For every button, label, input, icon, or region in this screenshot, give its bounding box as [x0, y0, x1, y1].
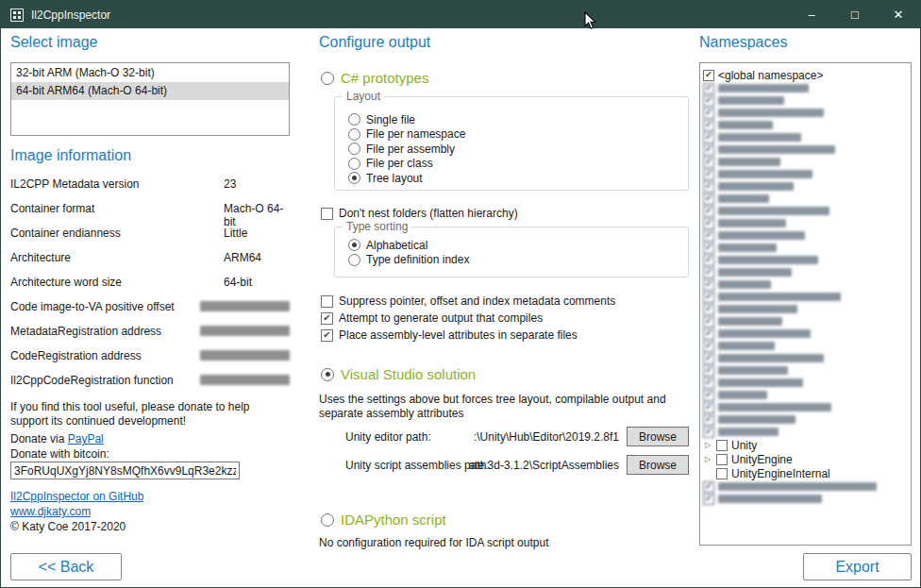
namespace-item[interactable]	[703, 229, 908, 242]
image-list-item[interactable]: 32-bit ARM (Mach-O 32-bit)	[11, 64, 289, 82]
checkbox-icon[interactable]	[703, 267, 714, 278]
namespace-item[interactable]	[703, 291, 908, 303]
checkbox-icon[interactable]	[703, 181, 714, 193]
unity-script-browse-button[interactable]: Browse	[627, 455, 689, 475]
checkbox-icon[interactable]	[703, 95, 714, 107]
namespace-item[interactable]	[703, 254, 908, 266]
namespace-item[interactable]	[703, 180, 908, 193]
layout-option[interactable]: Tree layout	[348, 171, 465, 186]
output-checkbox[interactable]: Attempt to generate output that compiles	[321, 310, 615, 327]
namespace-item[interactable]	[703, 193, 908, 205]
github-link[interactable]: Il2CppInspector on GitHub	[10, 490, 143, 503]
image-list-item[interactable]: 64-bit ARM64 (Mach-O 64-bit)	[11, 82, 289, 100]
namespace-item[interactable]: <global namespace>	[703, 68, 908, 82]
output-checkbox[interactable]: Suppress pointer, offset and index metad…	[321, 293, 615, 310]
checkbox-icon[interactable]	[703, 255, 714, 266]
namespace-item[interactable]	[703, 328, 908, 340]
namespace-item[interactable]	[703, 413, 908, 426]
checkbox-icon[interactable]	[703, 279, 714, 291]
namespace-item[interactable]: ▷Unity	[703, 438, 908, 452]
visual-studio-option[interactable]: Visual Studio solution	[321, 366, 476, 382]
namespace-item[interactable]	[703, 315, 908, 328]
checkbox-icon[interactable]	[703, 494, 714, 505]
close-button[interactable]: ✕	[877, 1, 920, 28]
namespace-item[interactable]	[703, 82, 908, 94]
expander-icon[interactable]: ▷	[703, 441, 712, 449]
namespace-list[interactable]: <global namespace>▷Unity▷UnityEngineUnit…	[699, 62, 912, 546]
unity-editor-browse-button[interactable]: Browse	[627, 427, 689, 446]
checkbox-icon[interactable]	[703, 414, 714, 426]
csharp-prototypes-option[interactable]: C# prototypes	[321, 70, 428, 86]
checkbox-icon[interactable]	[716, 440, 728, 451]
namespace-item[interactable]	[703, 364, 908, 377]
image-listbox[interactable]: 32-bit ARM (Mach-O 32-bit)64-bit ARM64 (…	[10, 62, 290, 136]
namespace-item[interactable]: ▷UnityEngine	[703, 452, 908, 466]
checkbox-icon[interactable]	[703, 108, 714, 119]
checkbox-icon[interactable]	[703, 144, 714, 156]
checkbox-icon[interactable]	[703, 169, 714, 180]
output-checkbox[interactable]: Place assembly-level attributes in separ…	[321, 327, 615, 344]
type-sorting-option[interactable]: Alphabetical	[348, 238, 469, 253]
maximize-button[interactable]: □	[833, 1, 877, 28]
namespace-item[interactable]	[703, 266, 908, 278]
checkbox-icon[interactable]	[703, 243, 714, 254]
layout-option[interactable]: Single file	[348, 112, 465, 127]
checkbox-icon[interactable]	[703, 365, 714, 377]
checkbox-icon[interactable]	[703, 427, 714, 438]
namespace-item[interactable]	[703, 340, 908, 352]
namespace-item[interactable]	[703, 94, 908, 107]
checkbox-icon[interactable]	[716, 468, 728, 479]
namespace-item[interactable]	[703, 156, 908, 168]
checkbox-icon[interactable]	[703, 304, 714, 315]
checkbox-icon[interactable]	[703, 328, 714, 340]
namespace-item[interactable]	[703, 303, 908, 315]
namespace-item[interactable]	[703, 217, 908, 229]
namespace-item[interactable]	[703, 107, 908, 119]
namespace-item[interactable]	[703, 168, 908, 180]
minimize-button[interactable]: –	[790, 1, 833, 28]
checkbox-icon[interactable]	[703, 132, 714, 143]
namespace-item[interactable]	[703, 278, 908, 291]
checkbox-icon[interactable]	[716, 454, 728, 465]
namespace-item[interactable]	[703, 143, 908, 156]
checkbox-icon[interactable]	[703, 70, 714, 81]
checkbox-icon[interactable]	[703, 83, 714, 94]
namespace-item[interactable]: UnityEngineInternal	[703, 466, 908, 480]
namespace-item[interactable]	[703, 426, 908, 438]
checkbox-icon[interactable]	[703, 341, 714, 352]
checkbox-icon[interactable]	[703, 353, 714, 364]
checkbox-icon[interactable]	[703, 230, 714, 242]
type-sorting-option[interactable]: Type definition index	[348, 253, 469, 268]
checkbox-icon[interactable]	[703, 316, 714, 328]
bitcoin-address-input[interactable]	[10, 462, 240, 479]
namespace-item[interactable]	[703, 352, 908, 364]
namespace-item[interactable]	[703, 205, 908, 217]
back-button[interactable]: << Back	[10, 553, 122, 580]
checkbox-icon[interactable]	[703, 481, 714, 493]
idapython-option[interactable]: IDAPython script	[321, 512, 446, 528]
namespace-item[interactable]	[703, 131, 908, 143]
namespace-item[interactable]	[703, 480, 908, 493]
layout-option[interactable]: File per namespace	[348, 127, 465, 143]
checkbox-icon[interactable]	[703, 120, 714, 131]
namespace-item[interactable]	[703, 401, 908, 413]
checkbox-icon[interactable]	[703, 292, 714, 303]
namespace-item[interactable]	[703, 389, 908, 401]
checkbox-icon[interactable]	[703, 390, 714, 401]
paypal-link[interactable]: PayPal	[68, 432, 104, 445]
checkbox-icon[interactable]	[703, 402, 714, 413]
checkbox-icon[interactable]	[703, 206, 714, 217]
layout-option[interactable]: File per assembly	[348, 142, 465, 157]
checkbox-icon[interactable]	[703, 378, 714, 389]
expander-icon[interactable]: ▷	[703, 455, 712, 463]
layout-option[interactable]: File per class	[348, 157, 465, 172]
namespace-item[interactable]	[703, 242, 908, 254]
namespace-item[interactable]	[703, 377, 908, 389]
namespace-item[interactable]	[703, 493, 908, 505]
checkbox-icon[interactable]	[703, 218, 714, 229]
namespace-item[interactable]	[703, 119, 908, 131]
checkbox-icon[interactable]	[703, 193, 714, 205]
checkbox-icon[interactable]	[703, 157, 714, 168]
website-link[interactable]: www.djkaty.com	[10, 505, 91, 518]
export-button[interactable]: Export	[803, 553, 912, 580]
